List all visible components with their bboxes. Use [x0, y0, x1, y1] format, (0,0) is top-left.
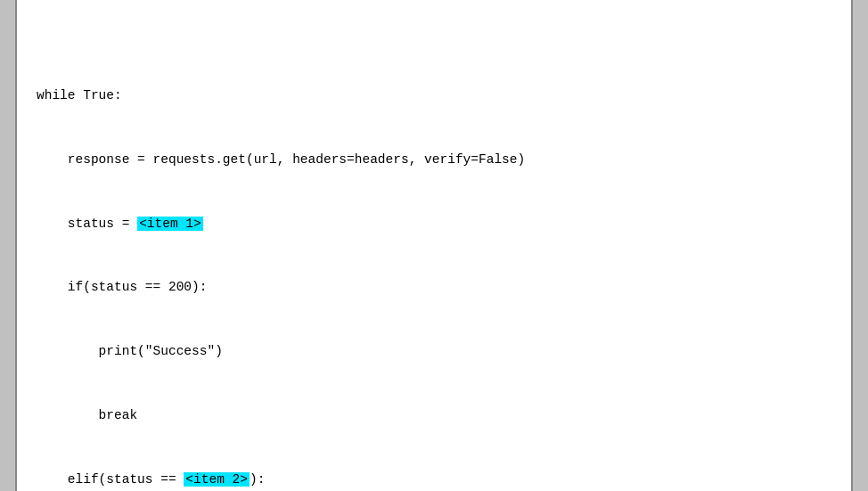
code-line-10: status = <item 1>	[37, 214, 831, 235]
code-line-8: while True:	[37, 86, 831, 107]
code-line-12: print("Success")	[37, 341, 831, 363]
code-line-9: response = requests.get(url, headers=hea…	[37, 150, 831, 171]
item1-highlight: <item 1>	[137, 217, 203, 231]
item2-highlight: <item 2>	[184, 472, 250, 487]
code-block: import request, time bearer = "BEARER_TO…	[15, 0, 853, 491]
code-line-14: elif(status == <item 2>):	[37, 470, 831, 491]
code-line-7	[37, 21, 831, 43]
code-line-11: if(status == 200):	[37, 277, 831, 299]
code-line-13: break	[37, 405, 831, 427]
